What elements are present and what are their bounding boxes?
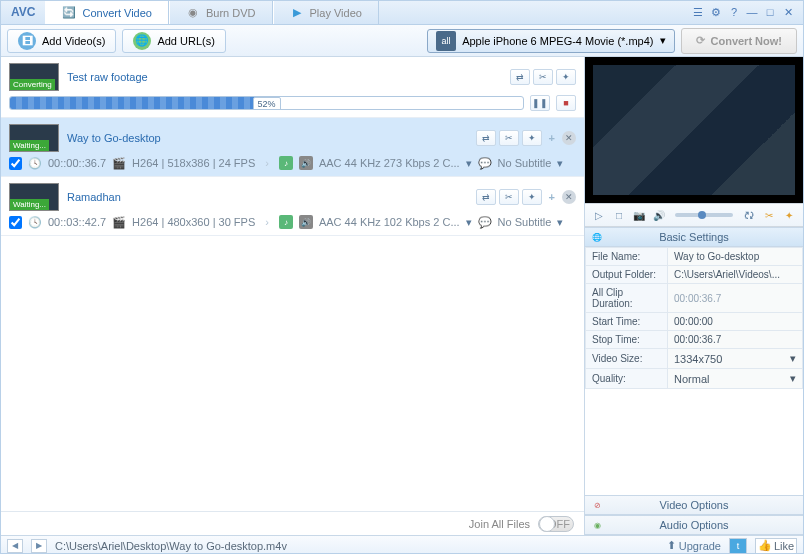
swap-icon[interactable]: ⇄ [476, 130, 496, 146]
swap-icon[interactable]: ⇄ [476, 189, 496, 205]
preview-frame [593, 65, 795, 195]
audio-icon: ♪ [279, 215, 293, 229]
scissors-icon[interactable]: ✂ [533, 69, 553, 85]
add-videos-button[interactable]: 🎞 Add Video(s) [7, 29, 116, 53]
progress-percent: 52% [252, 97, 280, 110]
setting-key: Output Folder: [586, 266, 668, 284]
file-list: Converting Test raw footage ⇄ ✂ ✦ 52% ❚❚ [1, 57, 584, 511]
remove-icon[interactable]: ✕ [562, 131, 576, 145]
swap-icon[interactable]: ⇄ [510, 69, 530, 85]
subtitle-info: No Subtitle [498, 157, 552, 169]
titlebar: AVC 🔄 Convert Video ◉ Burn DVD ▶ Play Vi… [1, 1, 803, 25]
pause-button[interactable]: ❚❚ [530, 95, 550, 111]
stop-button[interactable]: ■ [556, 95, 576, 111]
thumbnail: Converting [9, 63, 59, 91]
gear-icon[interactable]: ⚙ [709, 5, 723, 19]
stop-time-field[interactable]: 00:00:36.7 [668, 331, 803, 349]
toolbar: 🎞 Add Video(s) 🌐 Add URL(s) all Apple iP… [1, 25, 803, 57]
scissors-icon[interactable]: ✂ [499, 189, 519, 205]
video-options-header[interactable]: ⊘ Video Options [585, 495, 803, 515]
wand-icon[interactable]: ✦ [556, 69, 576, 85]
volume-slider[interactable] [675, 213, 733, 217]
cut-icon[interactable]: ✂ [761, 207, 777, 223]
subtitle-icon: 💬 [478, 216, 492, 229]
video-icon: 🎬 [112, 216, 126, 229]
refresh-icon: 🔄 [62, 6, 76, 20]
like-label: Like [774, 540, 794, 552]
join-row: Join All Files OFF [1, 511, 584, 535]
app-logo: AVC [1, 1, 45, 24]
subtitle-dropdown[interactable]: ▾ [557, 216, 563, 229]
output-profile-selector[interactable]: all Apple iPhone 6 MPEG-4 Movie (*.mp4) … [427, 29, 674, 53]
audio-dropdown[interactable]: ▾ [466, 216, 472, 229]
up-arrow-icon: ⬆ [667, 539, 676, 552]
start-time-field[interactable]: 00:00:00 [668, 313, 803, 331]
button-label: Add URL(s) [157, 35, 214, 47]
next-button[interactable]: ▶ [31, 539, 47, 553]
audio-dropdown[interactable]: ▾ [466, 157, 472, 170]
player-controls: ▷ □ 📷 🔊 🗘 ✂ ✦ [585, 203, 803, 227]
audio-info: AAC 44 KHz 102 Kbps 2 C... [319, 216, 460, 228]
stop-button[interactable]: □ [611, 207, 627, 223]
status-badge: Converting [10, 79, 55, 90]
add-urls-button[interactable]: 🌐 Add URL(s) [122, 29, 225, 53]
facebook-like-button[interactable]: 👍 Like [755, 538, 797, 554]
wand-icon[interactable]: ✦ [522, 130, 542, 146]
file-checkbox[interactable] [9, 157, 22, 170]
file-item[interactable]: Converting Test raw footage ⇄ ✂ ✦ 52% ❚❚ [1, 57, 584, 118]
play-icon: ▶ [290, 6, 304, 20]
upgrade-link[interactable]: ⬆ Upgrade [667, 539, 721, 552]
file-path: C:\Users\Ariel\Desktop\Way to Go-desktop… [55, 540, 287, 552]
file-checkbox[interactable] [9, 216, 22, 229]
toggle-state: OFF [548, 518, 570, 530]
wand-icon[interactable]: ✦ [522, 189, 542, 205]
close-icon[interactable]: ✕ [781, 5, 795, 19]
tab-convert-video[interactable]: 🔄 Convert Video [45, 1, 169, 24]
duration: 00::03::42.7 [48, 216, 106, 228]
snapshot-button[interactable]: 📷 [631, 207, 647, 223]
play-button[interactable]: ▷ [591, 207, 607, 223]
convert-now-button[interactable]: ⟳ Convert Now! [681, 28, 798, 54]
file-title: Way to Go-desktop [67, 132, 468, 144]
file-item[interactable]: Waiting... Way to Go-desktop ⇄ ✂ ✦ + ✕ 🕓… [1, 118, 584, 177]
add-icon[interactable]: + [545, 191, 559, 203]
remove-icon[interactable]: ✕ [562, 190, 576, 204]
rotate-icon[interactable]: 🗘 [741, 207, 757, 223]
file-item[interactable]: Waiting... Ramadhan ⇄ ✂ ✦ + ✕ 🕓 00::03::… [1, 177, 584, 236]
video-icon: 🎬 [112, 157, 126, 170]
add-icon[interactable]: + [545, 132, 559, 144]
button-label: Add Video(s) [42, 35, 105, 47]
basic-settings-header[interactable]: 🌐 Basic Settings [585, 227, 803, 247]
upgrade-label: Upgrade [679, 540, 721, 552]
file-name-field[interactable]: Way to Go-desktop [668, 248, 803, 266]
video-size-select[interactable]: 1334x750▾ [668, 349, 803, 369]
mute-button[interactable]: 🔊 [651, 207, 667, 223]
join-toggle[interactable]: OFF [538, 516, 574, 532]
globe-plus-icon: 🌐 [133, 32, 151, 50]
tab-label: Play Video [310, 7, 362, 19]
setting-key: Start Time: [586, 313, 668, 331]
file-title: Ramadhan [67, 191, 468, 203]
minimize-icon[interactable]: — [745, 5, 759, 19]
settings-table: File Name: Way to Go-desktop Output Fold… [585, 247, 803, 389]
chevron-down-icon: ▾ [790, 352, 796, 365]
tab-burn-dvd[interactable]: ◉ Burn DVD [169, 1, 273, 24]
twitter-button[interactable]: t [729, 538, 747, 554]
effects-icon[interactable]: ✦ [781, 207, 797, 223]
section-title: Audio Options [659, 519, 728, 531]
menu-icon[interactable]: ☰ [691, 5, 705, 19]
video-info: H264 | 480x360 | 30 FPS [132, 216, 255, 228]
prev-button[interactable]: ◀ [7, 539, 23, 553]
tab-play-video[interactable]: ▶ Play Video [273, 1, 379, 24]
subtitle-dropdown[interactable]: ▾ [557, 157, 563, 170]
maximize-icon[interactable]: □ [763, 5, 777, 19]
setting-key: Quality: [586, 369, 668, 389]
audio-options-header[interactable]: ◉ Audio Options [585, 515, 803, 535]
output-folder-field[interactable]: C:\Users\Ariel\Videos\... [668, 266, 803, 284]
video-preview[interactable] [585, 57, 803, 203]
chevron-right-icon: › [261, 216, 273, 228]
scissors-icon[interactable]: ✂ [499, 130, 519, 146]
help-icon[interactable]: ? [727, 5, 741, 19]
quality-select[interactable]: Normal▾ [668, 369, 803, 389]
film-plus-icon: 🎞 [18, 32, 36, 50]
